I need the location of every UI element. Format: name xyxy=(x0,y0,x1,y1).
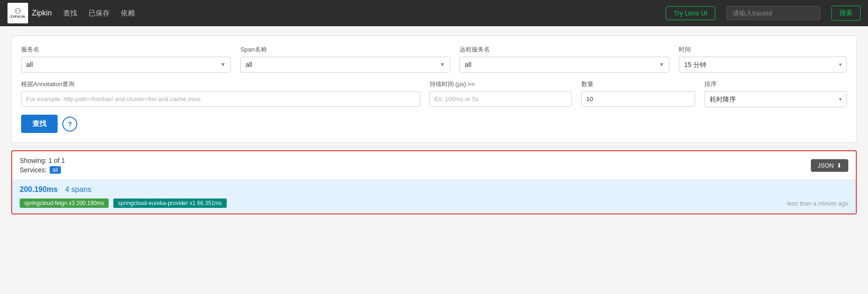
trace-time-ago: less than a minute ago xyxy=(787,200,848,207)
annotation-input[interactable] xyxy=(21,91,420,107)
services-label: Services: xyxy=(20,166,47,174)
remote-service-select-wrapper: all ▼ xyxy=(460,57,669,73)
count-label: 数量 xyxy=(581,80,695,88)
annotation-label: 根据Annotation查询 xyxy=(21,80,420,88)
results-services: Services: all xyxy=(20,166,65,174)
time-select[interactable]: 15 分钟 1 小时 6 小时 1 天 xyxy=(679,57,846,72)
download-icon: ⬇ xyxy=(837,162,842,169)
span-name-select[interactable]: all xyxy=(241,57,450,72)
zipkin-logo-text: ZIPKIN xyxy=(10,15,25,19)
sort-group: 排序 耗时降序 耗时升序 时间戳降序 时间戳升序 ▾ xyxy=(705,80,847,107)
nav-find[interactable]: 查找 xyxy=(63,9,77,18)
remote-service-select[interactable]: all xyxy=(460,57,669,72)
remote-service-group: 远程服务名 all ▼ xyxy=(460,45,669,73)
json-label: JSON xyxy=(817,162,834,169)
traceid-input[interactable] xyxy=(727,6,820,20)
results-showing: Showing: 1 of 1 xyxy=(20,157,65,164)
form-row-1: 服务名 all ▼ Span名称 all ▼ 远程服务名 xyxy=(21,45,847,73)
span-name-select-wrapper: all ▼ xyxy=(240,57,450,73)
trace-spans: 4 spans xyxy=(65,185,91,194)
nav-saved[interactable]: 已保存 xyxy=(89,9,110,18)
topnav: ⚇ ZIPKIN Zipkin 查找 已保存 依赖 Try Lens UI 搜索 xyxy=(0,0,868,26)
service-name-label: 服务名 xyxy=(21,45,231,54)
search-actions: 查找 ? xyxy=(21,115,847,133)
json-download-button[interactable]: JSON ⬇ xyxy=(811,159,848,172)
service-all-badge: all xyxy=(50,166,61,174)
results-area: Showing: 1 of 1 Services: all JSON ⬇ 200… xyxy=(11,150,857,214)
help-button[interactable]: ? xyxy=(62,117,77,132)
sort-label: 排序 xyxy=(705,80,847,88)
brand-name: Zipkin xyxy=(32,9,52,17)
try-lens-button[interactable]: Try Lens UI xyxy=(666,6,715,20)
main-content: 服务名 all ▼ Span名称 all ▼ 远程服务名 xyxy=(0,26,868,224)
service-eureka-tag: springcloud-eureka-provider x1 66.351ms xyxy=(113,198,226,208)
annotation-group: 根据Annotation查询 xyxy=(21,80,420,107)
sort-select[interactable]: 耗时降序 耗时升序 时间戳降序 时间戳升序 xyxy=(705,92,846,107)
span-name-label: Span名称 xyxy=(240,45,450,54)
service-name-group: 服务名 all ▼ xyxy=(21,45,231,73)
remote-service-label: 远程服务名 xyxy=(460,45,669,54)
trace-services: springcloud-feign x3 200.190ms springclo… xyxy=(20,198,848,213)
logo-box: ⚇ ZIPKIN xyxy=(7,3,28,23)
count-group: 数量 xyxy=(581,80,695,107)
nav-dependency[interactable]: 依赖 xyxy=(121,9,135,18)
trace-service-tags: springcloud-feign x3 200.190ms springclo… xyxy=(20,198,227,208)
service-feign-tag: springcloud-feign x3 200.190ms xyxy=(20,198,109,208)
service-name-select[interactable]: all xyxy=(22,57,230,72)
results-info: Showing: 1 of 1 Services: all xyxy=(20,157,65,174)
trace-header: 200.190ms 4 spans xyxy=(20,185,848,194)
duration-label: 持续时间 (μs) >= xyxy=(430,80,572,88)
find-button[interactable]: 查找 xyxy=(21,115,58,133)
time-group: 时间 15 分钟 1 小时 6 小时 1 天 ▾ xyxy=(679,45,847,73)
duration-input[interactable] xyxy=(430,91,572,107)
traceid-search-button[interactable]: 搜索 xyxy=(831,6,861,21)
logo-area: ⚇ ZIPKIN Zipkin xyxy=(7,3,52,23)
count-input[interactable] xyxy=(581,91,695,107)
span-name-group: Span名称 all ▼ xyxy=(240,45,450,73)
sort-select-wrapper: 耗时降序 耗时升序 时间戳降序 时间戳升序 ▾ xyxy=(705,91,847,107)
form-row-2: 根据Annotation查询 持续时间 (μs) >= 数量 排序 耗时降序 耗… xyxy=(21,80,847,107)
search-form: 服务名 all ▼ Span名称 all ▼ 远程服务名 xyxy=(11,36,857,143)
trace-duration: 200.190ms xyxy=(20,185,58,194)
trace-result[interactable]: 200.190ms 4 spans springcloud-feign x3 2… xyxy=(12,180,856,213)
service-name-select-wrapper: all ▼ xyxy=(21,57,231,73)
duration-group: 持续时间 (μs) >= xyxy=(430,80,572,107)
time-select-wrapper: 15 分钟 1 小时 6 小时 1 天 ▾ xyxy=(679,57,847,73)
time-label: 时间 xyxy=(679,45,847,54)
results-header: Showing: 1 of 1 Services: all JSON ⬇ xyxy=(12,151,856,180)
zipkin-icon: ⚇ xyxy=(15,7,21,15)
